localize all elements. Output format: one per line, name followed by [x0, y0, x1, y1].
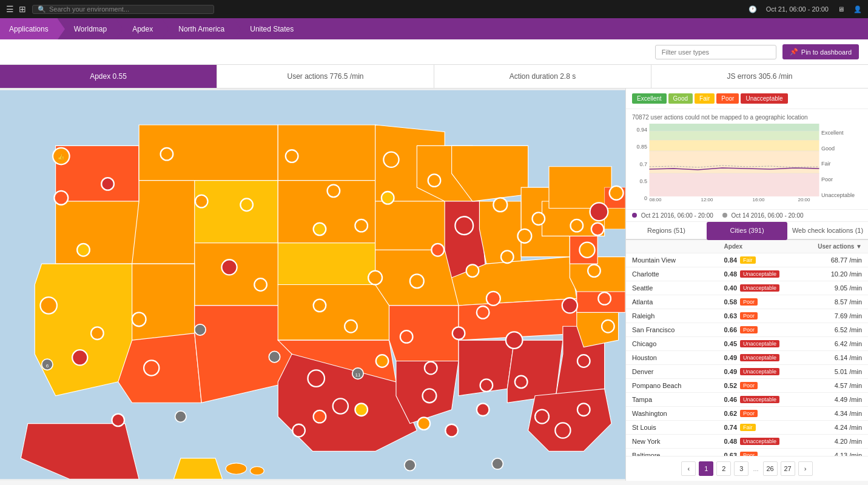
legend-unacceptable: Unacceptable [741, 93, 787, 104]
city-actions: 8.57 /min [793, 298, 862, 306]
table-row[interactable]: New York 0.48 Unacceptable 4.20 /min [626, 435, 868, 449]
svg-marker-39 [549, 167, 611, 209]
page-1[interactable]: 1 [699, 461, 713, 476]
table-row[interactable]: Tampa 0.46 Unacceptable 4.49 /min [626, 393, 868, 407]
svg-point-57 [455, 216, 473, 235]
map-area[interactable]: 👍 [0, 89, 625, 481]
page-3[interactable]: 3 [734, 461, 749, 476]
table-row[interactable]: Houston 0.49 Unacceptable 6.14 /min [626, 351, 868, 365]
notifications-icon[interactable]: 🖥 [838, 5, 844, 13]
breadcrumb-item-apdex[interactable]: Apdex [123, 18, 162, 39]
table-row[interactable]: Charlotte 0.48 Unacceptable 10.20 /min [626, 267, 868, 281]
table-row[interactable]: Pompano Beach 0.52 Poor 4.57 /min [626, 379, 868, 393]
menu-icon[interactable]: ☰ [6, 4, 14, 14]
pin-icon: 📌 [790, 48, 798, 56]
status-badge: Poor [740, 410, 758, 417]
table-row[interactable]: Washington 0.62 Poor 4.34 /min [626, 407, 868, 421]
svg-point-62 [579, 242, 594, 258]
page-next[interactable]: › [798, 461, 813, 476]
city-apdex: 0.40 Unacceptable [724, 284, 793, 292]
svg-point-79 [428, 174, 441, 187]
svg-point-53 [221, 259, 237, 275]
table-row[interactable]: St Louis 0.74 Fair 4.24 /min [626, 421, 868, 435]
svg-point-67 [486, 292, 500, 306]
svg-point-78 [382, 192, 394, 204]
grid-icon[interactable]: ⊞ [19, 4, 26, 14]
tab-apdex[interactable]: Apdex 0.55 [0, 65, 217, 88]
tab-cities[interactable]: Cities (391) [707, 222, 787, 240]
user-icon[interactable]: 👤 [853, 5, 862, 13]
svg-point-72 [328, 185, 340, 198]
svg-marker-6 [139, 125, 278, 181]
breadcrumb-item-applications[interactable]: Applications [0, 18, 58, 39]
table-header: Apdex User actions ▼ [626, 240, 868, 253]
city-name: Seattle [632, 284, 724, 292]
tab-js-errors[interactable]: JS errors 305.6 /min [651, 65, 868, 88]
breadcrumb-arrow-2 [116, 19, 123, 39]
svg-point-52 [144, 360, 159, 375]
city-apdex: 0.62 Poor [724, 410, 793, 417]
page-prev[interactable]: ‹ [681, 461, 696, 476]
city-actions: 4.20 /min [793, 438, 862, 445]
legend-poor: Poor [716, 93, 739, 104]
svg-point-84 [571, 219, 584, 232]
table-row[interactable]: Mountain View 0.84 Fair 68.77 /min [626, 253, 868, 267]
breadcrumb-arrow-3 [162, 19, 169, 39]
city-actions: 5.01 /min [793, 368, 862, 375]
table-row[interactable]: Chicago 0.45 Unacceptable 6.42 /min [626, 337, 868, 351]
svg-point-44 [226, 463, 246, 474]
svg-point-119 [492, 458, 503, 469]
table-row[interactable]: Raleigh 0.63 Poor 7.69 /min [626, 309, 868, 323]
legend-fair: Fair [695, 93, 715, 104]
svg-marker-31 [507, 340, 563, 403]
page-26[interactable]: 26 [763, 461, 778, 476]
table-row[interactable]: Denver 0.49 Unacceptable 5.01 /min [626, 365, 868, 379]
svg-marker-7 [195, 181, 278, 243]
pin-button[interactable]: 📌 Pin to dashboard [782, 44, 859, 59]
svg-point-105 [477, 403, 490, 416]
city-actions: 10.20 /min [793, 270, 862, 278]
svg-point-61 [562, 298, 577, 313]
svg-text:08:00: 08:00 [650, 197, 662, 202]
breadcrumb-item-united-states[interactable]: United States [241, 18, 303, 39]
filter-input[interactable] [655, 45, 776, 59]
table-row[interactable]: Baltimore 0.63 Poor 4.13 /min [626, 449, 868, 456]
svg-point-50 [72, 350, 87, 365]
city-name: New York [632, 438, 724, 445]
clock-icon: 🕐 [749, 5, 757, 13]
city-apdex: 0.48 Unacceptable [724, 270, 793, 278]
city-actions: 9.05 /min [793, 284, 862, 292]
breadcrumb-item-north-america[interactable]: North America [169, 18, 234, 39]
svg-rect-123 [650, 151, 819, 173]
search-box[interactable]: 🔍 [32, 5, 214, 14]
status-badge: Unacceptable [740, 270, 779, 278]
page-2[interactable]: 2 [716, 461, 731, 476]
tab-regions[interactable]: Regions (51) [626, 222, 707, 240]
breadcrumb-arrow-4 [234, 19, 241, 39]
tab-web-check[interactable]: Web check locations (1) [787, 222, 868, 240]
table-row[interactable]: Atlanta 0.58 Poor 8.57 /min [626, 295, 868, 309]
city-name: Baltimore [632, 452, 724, 456]
legend-good: Good [668, 93, 693, 104]
tab-action-duration[interactable]: Action duration 2.8 s [434, 65, 651, 88]
status-badge: Unacceptable [740, 396, 779, 403]
table-row[interactable]: San Francisco 0.66 Poor 6.52 /min [626, 323, 868, 337]
svg-point-92 [400, 330, 413, 343]
svg-point-70 [422, 389, 436, 403]
svg-point-81 [466, 264, 479, 277]
svg-point-94 [425, 362, 437, 375]
svg-point-48 [54, 191, 68, 205]
search-input[interactable] [49, 5, 209, 13]
city-apdex: 0.58 Poor [724, 298, 793, 306]
date1-legend: Oct 21 2016, 06:00 - 20:00 [632, 212, 713, 219]
tab-user-actions[interactable]: User actions 776.5 /min [217, 65, 434, 88]
city-apdex: 0.49 Unacceptable [724, 354, 793, 361]
svg-point-102 [417, 417, 430, 430]
table-row[interactable]: Seattle 0.40 Unacceptable 9.05 /min [626, 281, 868, 295]
page-27[interactable]: 27 [781, 461, 795, 476]
topbar-menu-icons: ☰ ⊞ [6, 4, 26, 14]
city-name: Pompano Beach [632, 382, 724, 389]
breadcrumb-item-worldmap[interactable]: Worldmap [65, 18, 116, 39]
svg-point-101 [112, 414, 124, 427]
svg-point-82 [501, 250, 514, 263]
